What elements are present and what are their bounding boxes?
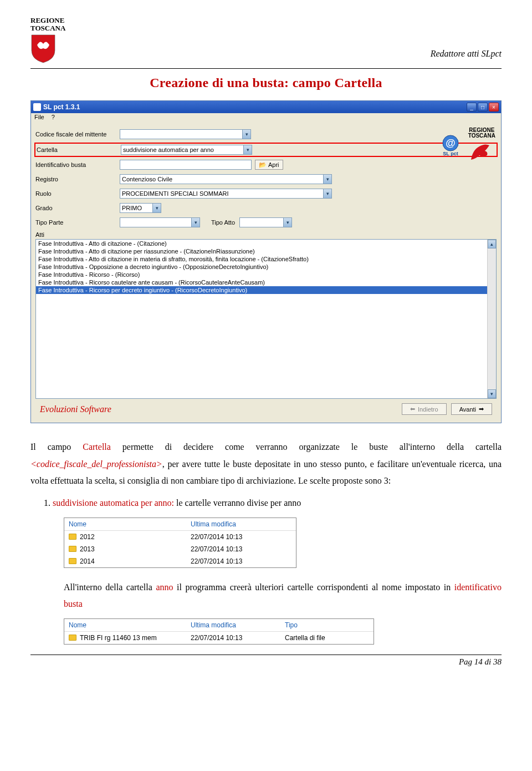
header-logo: REGIONE TOSCANA [30,17,65,64]
apri-button[interactable]: 📂 Apri [255,160,283,170]
window-title: SL pct 1.3.1 [43,103,467,111]
menubar: File ? [31,113,501,123]
apri-label: Apri [268,161,279,168]
svg-text:SL pct: SL pct [443,151,458,156]
label-codice-fiscale: Codice fiscale del mittente [35,131,120,138]
atti-item[interactable]: Fase Introduttiva - Opposizione a decret… [36,263,496,271]
scroll-up-icon[interactable]: ▴ [488,240,496,248]
ruolo-input[interactable] [120,189,324,199]
atti-item[interactable]: Fase Introduttiva - Atto di citazione in… [36,255,496,263]
folder-open-icon: 📂 [259,161,267,169]
logo-line1: REGIONE [30,17,64,24]
busta-folder-table: Nome Ultima modifica Tipo TRIB FI rg 114… [64,618,374,645]
grado-input[interactable] [120,203,153,213]
registro-dropdown[interactable]: ▾ [323,174,332,184]
atti-listbox[interactable]: Fase Introduttiva - Atto di citazione - … [35,239,497,399]
folder-icon [69,534,76,540]
grado-dropdown[interactable]: ▾ [152,203,161,213]
atti-item[interactable]: Fase Introduttiva - Atto di citazione - … [36,240,496,247]
app-icon [33,103,41,111]
arrow-left-icon: ⬅ [410,405,415,413]
list-item-1: 1. suddivisione automatica per anno: le … [30,495,502,511]
menu-file[interactable]: File [34,114,44,120]
registro-input[interactable] [120,174,324,184]
cartella-highlight: Cartella ▾ [34,143,498,157]
label-ruolo: Ruolo [35,190,120,197]
th2-nome: Nome [64,619,186,631]
back-button[interactable]: ⬅ Indietro [402,403,447,415]
right-logo-block: @SL pct REGIONE TOSCANA [438,128,495,163]
logo-line2: TOSCANA [30,24,65,32]
paragraph-1: Il campo Cartella permette di decidere c… [30,439,502,489]
label-tipo-parte: Tipo Parte [35,219,120,226]
maximize-button[interactable]: □ [478,103,488,111]
next-button[interactable]: Avanti ➡ [451,403,492,415]
label-cartella: Cartella [37,146,121,153]
folder-icon [69,546,76,552]
menu-help[interactable]: ? [52,114,55,120]
codice-fiscale-placeholder: <codice_fiscale_del_professionista> [30,459,162,469]
codice-fiscale-dropdown[interactable]: ▾ [242,129,251,139]
tipo-atto-dropdown[interactable]: ▾ [283,217,292,227]
atti-item[interactable]: Fase Introduttiva - Ricorso per decreto … [36,286,496,294]
page-number: Pag 14 di 38 [459,657,502,667]
paragraph-2: All'interno della cartella anno il progr… [30,579,502,613]
cartella-input[interactable] [121,145,244,155]
folder-icon [69,635,76,641]
vendor-logo: Evoluzioni Software [40,404,111,414]
label-registro: Registro [35,176,120,182]
cartella-dropdown[interactable]: ▾ [243,145,252,155]
rt-line2: TOSCANA [468,133,495,139]
table-row: 201422/07/2014 10:13 [64,555,296,567]
year-folders-table: Nome Ultima modifica 201222/07/2014 10:1… [64,518,296,568]
th-mod: Ultima modifica [186,518,280,530]
atti-scrollbar[interactable]: ▴ ▾ [487,240,496,398]
codice-fiscale-input[interactable] [120,129,243,139]
tipo-parte-input[interactable] [120,217,192,227]
table-row: TRIB FI rg 11460 13 mem22/07/2014 10:13C… [64,632,374,644]
region-shield-icon [30,34,56,64]
arrow-right-icon: ➡ [479,405,484,413]
atti-item[interactable]: Fase Introduttiva - Ricorso - (Ricorso) [36,271,496,278]
ruolo-dropdown[interactable]: ▾ [323,189,332,199]
next-label: Avanti [459,406,476,413]
svg-text:@: @ [446,138,456,149]
header-right-label: Redattore atti SLpct [431,17,502,59]
cartella-term: Cartella [83,442,111,452]
tipo-atto-input[interactable] [239,217,284,227]
back-label: Indietro [418,406,438,413]
header-divider [30,68,502,69]
close-button[interactable]: × [489,103,499,111]
page-title: Creazione di una busta: campo Cartella [30,75,502,90]
titlebar: SL pct 1.3.1 _ □ × [31,101,501,113]
scroll-down-icon[interactable]: ▾ [488,389,496,398]
th-nome: Nome [64,518,186,530]
app-window: SL pct 1.3.1 _ □ × File ? @SL pct REGION… [30,100,502,423]
tipo-parte-dropdown[interactable]: ▾ [191,217,200,227]
folder-icon [69,558,76,564]
label-atti: Atti [35,231,497,238]
table-row: 201322/07/2014 10:13 [64,543,296,555]
minimize-button[interactable]: _ [467,103,477,111]
label-identificativo: Identificativo busta [35,161,120,168]
th2-tipo: Tipo [280,619,364,631]
label-grado: Grado [35,205,120,211]
label-tipo-atto: Tipo Atto [211,219,235,226]
identificativo-input[interactable] [120,160,252,170]
pegasus-icon [468,139,493,163]
atti-item[interactable]: Fase Introduttiva - Ricorso cautelare an… [36,278,496,286]
slpct-logo-icon: @SL pct [438,133,463,158]
atti-item[interactable]: Fase Introduttiva - Atto di citazione pe… [36,247,496,255]
th2-mod: Ultima modifica [186,619,280,631]
table-row: 201222/07/2014 10:13 [64,531,296,543]
